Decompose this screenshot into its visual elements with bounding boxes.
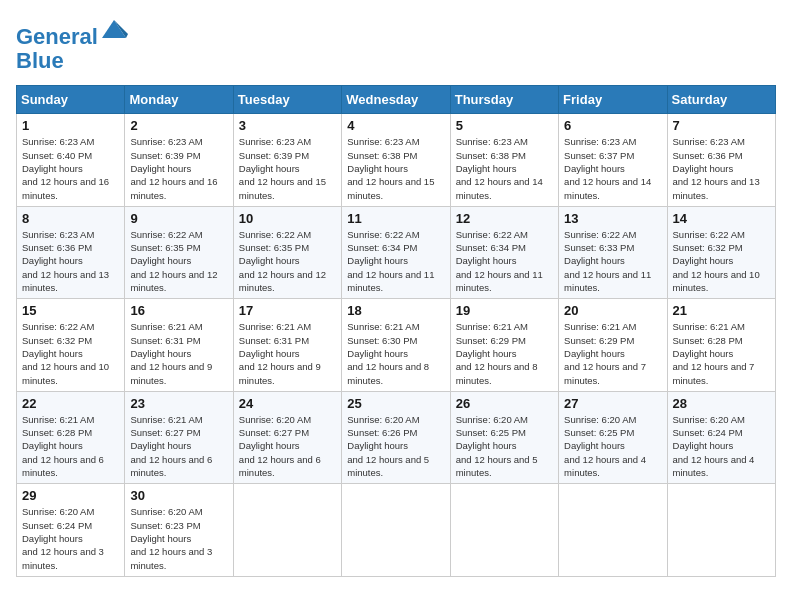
day-number: 13 xyxy=(564,211,661,226)
day-number: 28 xyxy=(673,396,770,411)
day-number: 22 xyxy=(22,396,119,411)
day-info: Sunrise: 6:21 AM Sunset: 6:29 PM Dayligh… xyxy=(564,320,661,386)
calendar-cell xyxy=(667,484,775,576)
calendar-cell: 7 Sunrise: 6:23 AM Sunset: 6:36 PM Dayli… xyxy=(667,114,775,206)
calendar-table: SundayMondayTuesdayWednesdayThursdayFrid… xyxy=(16,85,776,576)
calendar-cell xyxy=(233,484,341,576)
weekday-header-thursday: Thursday xyxy=(450,86,558,114)
day-info: Sunrise: 6:23 AM Sunset: 6:39 PM Dayligh… xyxy=(130,135,227,201)
calendar-cell: 17 Sunrise: 6:21 AM Sunset: 6:31 PM Dayl… xyxy=(233,299,341,391)
day-number: 5 xyxy=(456,118,553,133)
day-info: Sunrise: 6:20 AM Sunset: 6:23 PM Dayligh… xyxy=(130,505,227,571)
page-header: General Blue xyxy=(16,16,776,73)
weekday-header-saturday: Saturday xyxy=(667,86,775,114)
day-info: Sunrise: 6:20 AM Sunset: 6:25 PM Dayligh… xyxy=(456,413,553,479)
day-info: Sunrise: 6:21 AM Sunset: 6:28 PM Dayligh… xyxy=(22,413,119,479)
calendar-cell: 13 Sunrise: 6:22 AM Sunset: 6:33 PM Dayl… xyxy=(559,206,667,298)
day-number: 18 xyxy=(347,303,444,318)
day-number: 24 xyxy=(239,396,336,411)
day-info: Sunrise: 6:20 AM Sunset: 6:24 PM Dayligh… xyxy=(673,413,770,479)
weekday-header-monday: Monday xyxy=(125,86,233,114)
day-info: Sunrise: 6:21 AM Sunset: 6:31 PM Dayligh… xyxy=(130,320,227,386)
day-info: Sunrise: 6:21 AM Sunset: 6:27 PM Dayligh… xyxy=(130,413,227,479)
calendar-cell: 21 Sunrise: 6:21 AM Sunset: 6:28 PM Dayl… xyxy=(667,299,775,391)
calendar-cell: 23 Sunrise: 6:21 AM Sunset: 6:27 PM Dayl… xyxy=(125,391,233,483)
day-info: Sunrise: 6:21 AM Sunset: 6:28 PM Dayligh… xyxy=(673,320,770,386)
day-info: Sunrise: 6:23 AM Sunset: 6:36 PM Dayligh… xyxy=(673,135,770,201)
calendar-cell: 10 Sunrise: 6:22 AM Sunset: 6:35 PM Dayl… xyxy=(233,206,341,298)
calendar-cell: 5 Sunrise: 6:23 AM Sunset: 6:38 PM Dayli… xyxy=(450,114,558,206)
day-info: Sunrise: 6:23 AM Sunset: 6:36 PM Dayligh… xyxy=(22,228,119,294)
weekday-header-wednesday: Wednesday xyxy=(342,86,450,114)
calendar-cell: 3 Sunrise: 6:23 AM Sunset: 6:39 PM Dayli… xyxy=(233,114,341,206)
calendar-cell xyxy=(559,484,667,576)
day-info: Sunrise: 6:20 AM Sunset: 6:27 PM Dayligh… xyxy=(239,413,336,479)
calendar-cell: 14 Sunrise: 6:22 AM Sunset: 6:32 PM Dayl… xyxy=(667,206,775,298)
calendar-cell: 22 Sunrise: 6:21 AM Sunset: 6:28 PM Dayl… xyxy=(17,391,125,483)
day-number: 26 xyxy=(456,396,553,411)
day-info: Sunrise: 6:23 AM Sunset: 6:40 PM Dayligh… xyxy=(22,135,119,201)
calendar-cell: 11 Sunrise: 6:22 AM Sunset: 6:34 PM Dayl… xyxy=(342,206,450,298)
logo-general: General xyxy=(16,24,98,49)
day-info: Sunrise: 6:22 AM Sunset: 6:35 PM Dayligh… xyxy=(239,228,336,294)
calendar-cell: 26 Sunrise: 6:20 AM Sunset: 6:25 PM Dayl… xyxy=(450,391,558,483)
week-row-1: 1 Sunrise: 6:23 AM Sunset: 6:40 PM Dayli… xyxy=(17,114,776,206)
logo-icon xyxy=(100,16,128,44)
calendar-cell: 25 Sunrise: 6:20 AM Sunset: 6:26 PM Dayl… xyxy=(342,391,450,483)
day-info: Sunrise: 6:22 AM Sunset: 6:33 PM Dayligh… xyxy=(564,228,661,294)
day-number: 30 xyxy=(130,488,227,503)
calendar-cell: 16 Sunrise: 6:21 AM Sunset: 6:31 PM Dayl… xyxy=(125,299,233,391)
day-number: 25 xyxy=(347,396,444,411)
calendar-cell: 1 Sunrise: 6:23 AM Sunset: 6:40 PM Dayli… xyxy=(17,114,125,206)
day-number: 16 xyxy=(130,303,227,318)
logo: General Blue xyxy=(16,16,128,73)
day-number: 9 xyxy=(130,211,227,226)
day-number: 29 xyxy=(22,488,119,503)
calendar-cell: 20 Sunrise: 6:21 AM Sunset: 6:29 PM Dayl… xyxy=(559,299,667,391)
calendar-cell xyxy=(342,484,450,576)
day-number: 20 xyxy=(564,303,661,318)
calendar-cell: 30 Sunrise: 6:20 AM Sunset: 6:23 PM Dayl… xyxy=(125,484,233,576)
day-number: 2 xyxy=(130,118,227,133)
day-number: 8 xyxy=(22,211,119,226)
calendar-cell: 15 Sunrise: 6:22 AM Sunset: 6:32 PM Dayl… xyxy=(17,299,125,391)
day-number: 14 xyxy=(673,211,770,226)
calendar-cell: 2 Sunrise: 6:23 AM Sunset: 6:39 PM Dayli… xyxy=(125,114,233,206)
calendar-cell: 19 Sunrise: 6:21 AM Sunset: 6:29 PM Dayl… xyxy=(450,299,558,391)
day-info: Sunrise: 6:22 AM Sunset: 6:35 PM Dayligh… xyxy=(130,228,227,294)
day-number: 10 xyxy=(239,211,336,226)
day-number: 21 xyxy=(673,303,770,318)
weekday-header-row: SundayMondayTuesdayWednesdayThursdayFrid… xyxy=(17,86,776,114)
day-info: Sunrise: 6:21 AM Sunset: 6:31 PM Dayligh… xyxy=(239,320,336,386)
day-info: Sunrise: 6:21 AM Sunset: 6:29 PM Dayligh… xyxy=(456,320,553,386)
day-number: 4 xyxy=(347,118,444,133)
day-number: 19 xyxy=(456,303,553,318)
calendar-cell: 9 Sunrise: 6:22 AM Sunset: 6:35 PM Dayli… xyxy=(125,206,233,298)
calendar-cell: 29 Sunrise: 6:20 AM Sunset: 6:24 PM Dayl… xyxy=(17,484,125,576)
week-row-4: 22 Sunrise: 6:21 AM Sunset: 6:28 PM Dayl… xyxy=(17,391,776,483)
day-number: 1 xyxy=(22,118,119,133)
calendar-cell: 24 Sunrise: 6:20 AM Sunset: 6:27 PM Dayl… xyxy=(233,391,341,483)
calendar-cell: 12 Sunrise: 6:22 AM Sunset: 6:34 PM Dayl… xyxy=(450,206,558,298)
day-number: 11 xyxy=(347,211,444,226)
calendar-cell: 27 Sunrise: 6:20 AM Sunset: 6:25 PM Dayl… xyxy=(559,391,667,483)
weekday-header-friday: Friday xyxy=(559,86,667,114)
calendar-cell: 28 Sunrise: 6:20 AM Sunset: 6:24 PM Dayl… xyxy=(667,391,775,483)
day-number: 6 xyxy=(564,118,661,133)
calendar-cell xyxy=(450,484,558,576)
calendar-cell: 8 Sunrise: 6:23 AM Sunset: 6:36 PM Dayli… xyxy=(17,206,125,298)
day-info: Sunrise: 6:22 AM Sunset: 6:32 PM Dayligh… xyxy=(673,228,770,294)
day-info: Sunrise: 6:20 AM Sunset: 6:25 PM Dayligh… xyxy=(564,413,661,479)
day-number: 15 xyxy=(22,303,119,318)
weekday-header-tuesday: Tuesday xyxy=(233,86,341,114)
logo-blue: Blue xyxy=(16,48,64,73)
calendar-cell: 18 Sunrise: 6:21 AM Sunset: 6:30 PM Dayl… xyxy=(342,299,450,391)
day-number: 27 xyxy=(564,396,661,411)
weekday-header-sunday: Sunday xyxy=(17,86,125,114)
day-info: Sunrise: 6:23 AM Sunset: 6:38 PM Dayligh… xyxy=(456,135,553,201)
day-number: 3 xyxy=(239,118,336,133)
day-info: Sunrise: 6:22 AM Sunset: 6:34 PM Dayligh… xyxy=(456,228,553,294)
calendar-cell: 6 Sunrise: 6:23 AM Sunset: 6:37 PM Dayli… xyxy=(559,114,667,206)
week-row-2: 8 Sunrise: 6:23 AM Sunset: 6:36 PM Dayli… xyxy=(17,206,776,298)
day-info: Sunrise: 6:21 AM Sunset: 6:30 PM Dayligh… xyxy=(347,320,444,386)
